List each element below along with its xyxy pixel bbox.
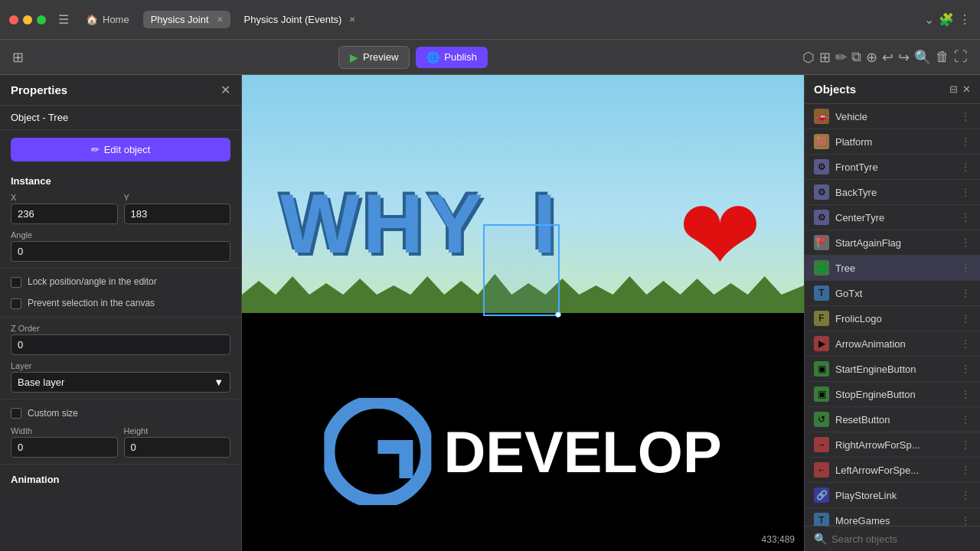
object-name: ArrowAnimation [835,338,906,350]
properties-panel: Properties ✕ Object - Tree ✏ Edit object… [0,75,242,551]
object-menu-icon[interactable]: ⋮ [960,439,971,451]
list-item[interactable]: ← LeftArrowForSpe... ⋮ [805,458,980,483]
object-icon: 🔗 [814,487,829,503]
object-menu-icon[interactable]: ⋮ [960,110,971,122]
object-menu-icon[interactable]: ⋮ [960,388,971,400]
list-item[interactable]: ⚙ CenterTyre ⋮ [805,205,980,230]
object-icon: F [814,311,829,326]
custom-size-label: Custom size [28,408,78,419]
object-icon: ⚙ [814,210,829,225]
list-item[interactable]: 🚗 Vehicle ⋮ [805,104,980,129]
list-item[interactable]: ⚙ FrontTyre ⋮ [805,155,980,180]
object-menu-icon[interactable]: ⋮ [960,363,971,375]
width-input[interactable] [11,437,118,458]
redo-icon[interactable]: ↪ [898,49,910,66]
layer-value: Base layer [18,377,64,388]
object-menu-icon[interactable]: ⋮ [960,161,971,173]
list-item[interactable]: ▶ ArrowAnimation ⋮ [805,331,980,357]
tab-physics-joint[interactable]: Physics Joint ✕ [143,11,230,28]
object-icon: T [814,513,829,526]
y-input[interactable] [124,204,231,224]
select-icon[interactable]: ⛶ [954,49,968,65]
lock-checkbox[interactable] [11,277,21,288]
prevent-checkbox[interactable] [11,298,21,309]
list-item[interactable]: ⚙ BackTyre ⋮ [805,180,980,205]
object-menu-icon[interactable]: ⋮ [960,135,971,148]
grid-icon[interactable]: ⊞ [819,49,831,66]
publish-button[interactable]: 🌐 Publish [416,47,488,68]
list-item[interactable]: 🚩 StartAgainFlag ⋮ [805,230,980,256]
list-item[interactable]: T MoreGames ⋮ [805,508,980,526]
search-input[interactable] [831,533,971,545]
close-objects-icon[interactable]: ✕ [962,83,971,95]
tab-close-icon[interactable]: ✕ [217,15,223,24]
properties-title: Properties [11,83,67,96]
crosshair-icon[interactable]: ⊕ [866,49,877,66]
width-field-group: Width [11,426,118,458]
list-item[interactable]: 🌲 Tree ⋮ [805,256,980,281]
object-menu-icon[interactable]: ⋮ [960,186,971,198]
properties-close-icon[interactable]: ✕ [220,83,230,97]
object-icon: 🚩 [814,235,829,250]
layers-icon[interactable]: ⧉ [851,49,861,65]
object-name: MoreGames [835,515,890,527]
object-menu-icon[interactable]: ⋮ [960,262,971,274]
object-menu-icon[interactable]: ⋮ [960,464,971,476]
maximize-button[interactable] [37,15,46,24]
physics-joint-tab-label: Physics Joint [151,14,209,25]
layer-select[interactable]: Base layer ▼ [11,372,230,393]
toolbar-center: ▶ Preview 🌐 Publish [338,46,488,69]
zoom-icon[interactable]: 🔍 [914,49,931,66]
list-item[interactable]: T GoTxt ⋮ [805,281,980,306]
object-menu-icon[interactable]: ⋮ [960,312,971,324]
list-item[interactable]: ↺ ResetButton ⋮ [805,407,980,432]
close-button[interactable] [9,15,18,24]
selection-handle[interactable] [555,311,561,318]
list-item[interactable]: ▣ StopEngineButton ⋮ [805,382,980,407]
canvas-area[interactable]: WHY I ❤ DEVELOP 433;489 [242,75,804,551]
toolbar-right: ⬡ ⊞ ✏ ⧉ ⊕ ↩ ↪ 🔍 🗑 ⛶ [802,49,968,66]
preview-button[interactable]: ▶ Preview [338,46,410,69]
object-menu-icon[interactable]: ⋮ [960,514,971,526]
object-icon: ⚙ [814,159,829,174]
filter-icon[interactable]: ⊟ [949,83,958,95]
delete-icon[interactable]: 🗑 [936,49,949,65]
undo-icon[interactable]: ↩ [882,49,893,66]
extension-icon[interactable]: 🧩 [939,12,954,27]
custom-size-checkbox[interactable] [11,408,21,419]
list-item[interactable]: 🔗 PlayStoreLink ⋮ [805,483,980,508]
z-order-input[interactable] [11,334,230,355]
y-label: Y [124,193,231,202]
canvas-heart: ❤ [678,186,762,285]
cube-icon[interactable]: ⬡ [802,49,815,66]
svg-rect-2 [399,440,413,478]
list-item[interactable]: → RightArrowForSp... ⋮ [805,432,980,458]
edit-object-button[interactable]: ✏ Edit object [11,138,230,161]
object-menu-icon[interactable]: ⋮ [960,489,971,501]
width-label: Width [11,426,118,435]
height-input[interactable] [124,437,231,458]
dropdown-icon[interactable]: ⌄ [924,12,934,27]
object-item-left: ↺ ResetButton [814,412,890,427]
angle-input[interactable] [11,241,230,262]
menu-icon[interactable]: ☰ [58,12,69,27]
object-menu-icon[interactable]: ⋮ [960,236,971,249]
list-item[interactable]: 🟫 Platform ⋮ [805,129,980,155]
object-menu-icon[interactable]: ⋮ [960,287,971,299]
object-menu-icon[interactable]: ⋮ [960,337,971,350]
pencil-icon[interactable]: ✏ [835,49,847,66]
tab-physics-events[interactable]: Physics Joint (Events) ✕ [237,11,364,28]
tab-events-close-icon[interactable]: ✕ [349,15,355,24]
object-menu-icon[interactable]: ⋮ [960,413,971,425]
more-icon[interactable]: ⋮ [959,12,971,27]
list-item[interactable]: F FrolicLogo ⋮ [805,306,980,331]
x-label: X [11,193,118,202]
list-item[interactable]: ▣ StartEngineButton ⋮ [805,357,980,382]
selection-box [483,224,560,316]
x-input[interactable] [11,204,118,224]
tab-home[interactable]: 🏠 Home [78,11,137,28]
minimize-button[interactable] [23,15,32,24]
object-menu-icon[interactable]: ⋮ [960,211,971,223]
play-icon: ▶ [350,51,358,64]
layout-icon[interactable]: ⊞ [12,49,24,66]
